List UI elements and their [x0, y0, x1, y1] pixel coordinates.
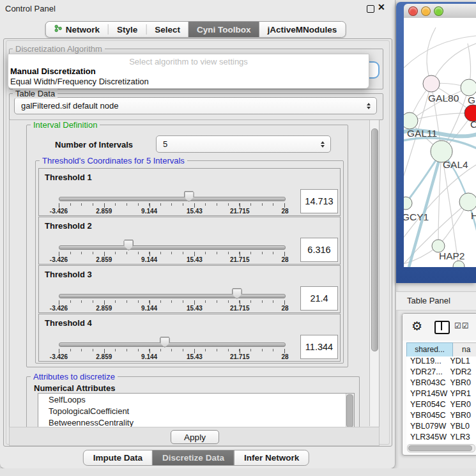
table-hscrollbar-thumb[interactable] — [408, 445, 472, 451]
num-intervals-combobox[interactable]: 5 — [156, 135, 331, 153]
dropdown-hint: Select algorithm to view settings — [8, 57, 369, 66]
node-top-right[interactable] — [461, 79, 476, 96]
combo-arrows-icon — [321, 141, 325, 148]
threshold-value-field[interactable]: 21.4 — [300, 286, 338, 311]
tab-infer-network[interactable]: Infer Network — [234, 450, 309, 465]
select-columns-icon[interactable]: ☑☑ — [454, 321, 470, 330]
dropdown-option-selected[interactable]: Manual Discretization — [10, 66, 96, 76]
threshold-label: Threshold 2 — [45, 221, 92, 231]
table-data-combobox[interactable]: galFiltered.sif default node — [14, 97, 377, 114]
group-title: Discretization Algorithm — [13, 44, 105, 54]
close-traffic-light[interactable] — [408, 6, 418, 16]
node-label: H — [471, 210, 476, 221]
tab-style[interactable]: Style — [109, 22, 146, 37]
table-row[interactable]: YBR045CYBR0 — [406, 411, 476, 422]
node-label: GAL11 — [407, 128, 437, 139]
split-columns-icon[interactable] — [434, 321, 450, 334]
table-body: YDL19...YDL1 YDR27...YDR2 YBR043CYBR0 YP… — [406, 357, 476, 444]
node-bottom[interactable] — [453, 261, 464, 267]
table-row[interactable]: YBL079WYBL0 — [406, 422, 476, 433]
tab-label: Impute Data — [93, 453, 142, 463]
gear-icon[interactable]: ⚙ — [411, 319, 422, 334]
threshold-label: Threshold 4 — [45, 318, 92, 328]
group-title: Attributes to discretize — [31, 372, 118, 381]
slider-ticks — [59, 203, 285, 208]
table-row[interactable]: YPR145WYPR1 — [406, 389, 476, 400]
threshold-value-field[interactable]: 14.713 — [300, 189, 338, 213]
settings-scroll-viewport: Interval Definition Number of Intervals … — [9, 119, 380, 428]
tab-label: Select — [155, 25, 180, 35]
column-header-name[interactable]: na — [453, 342, 476, 357]
node-label: GAL80 — [428, 93, 459, 104]
slider-tick-labels: -3.426 2.859 9.144 15.43 21.715 28 — [59, 208, 285, 215]
threshold-value-field[interactable]: 6.316 — [300, 238, 338, 262]
node-gal80[interactable] — [423, 75, 440, 92]
table-row[interactable]: YDR27...YDR2 — [406, 367, 476, 378]
threshold-label: Threshold 1 — [45, 173, 92, 182]
minimize-traffic-light[interactable] — [421, 6, 431, 16]
float-window-icon[interactable] — [367, 5, 374, 13]
node-gcy1[interactable] — [404, 197, 412, 210]
network-nodes-icon — [54, 24, 63, 35]
node-gal11[interactable] — [404, 112, 418, 129]
zoom-traffic-light[interactable] — [434, 6, 443, 16]
slider-thumb[interactable] — [123, 240, 134, 250]
table-row[interactable]: YDL19...YDL1 — [406, 357, 476, 367]
viewport-scrollbar-thumb[interactable] — [371, 128, 378, 351]
threshold-4-panel: Threshold 4 -3.426 2.859 9.144 15.43 21.… — [38, 314, 341, 362]
table-row[interactable]: YLR345WYLR3 — [406, 433, 476, 443]
table-toolbar: ⚙ ☑☑ — [403, 314, 476, 341]
table-panel-bar: Table Panel — [396, 291, 476, 311]
slider-ticks — [59, 349, 285, 353]
tab-select[interactable]: Select — [146, 22, 188, 37]
list-scrollbar-thumb[interactable] — [346, 394, 353, 427]
desktop-strip — [0, 468, 476, 476]
node-label: GAL4 — [443, 159, 468, 170]
table-panel-window: ⚙ ☑☑ shared... na YDL19...YDL1 YDR27...Y… — [402, 313, 476, 456]
window-title: Control Panel — [5, 4, 56, 13]
slider-tick-labels: -3.426 2.859 9.144 15.43 21.715 28 — [59, 353, 285, 360]
slider-thumb[interactable] — [160, 337, 170, 348]
threshold-value-field[interactable]: 11.344 — [300, 335, 338, 359]
node-label: GCY1 — [404, 211, 429, 222]
node-h[interactable] — [459, 193, 476, 211]
tab-network[interactable]: Network — [46, 22, 108, 37]
tab-discretize-data[interactable]: Discretize Data — [152, 450, 234, 465]
dropdown-option[interactable]: Equal Width/Frequency Discretization — [10, 77, 149, 86]
node-label: G — [468, 95, 475, 105]
tab-impute-data[interactable]: Impute Data — [84, 450, 152, 465]
threshold-2-panel: Threshold 2 -3.426 2.859 9.144 15.43 21.… — [38, 217, 341, 265]
table-row[interactable]: YER054CYER0 — [406, 400, 476, 411]
combobox-value: galFiltered.sif default node — [21, 101, 118, 111]
combobox-value: 5 — [163, 139, 167, 149]
num-intervals-label: Number of Intervals — [55, 140, 133, 150]
tab-label: Infer Network — [244, 453, 299, 463]
list-item[interactable]: TopologicalCoefficient — [38, 405, 354, 417]
slider-tick-labels: -3.426 2.859 9.144 15.43 21.715 28 — [59, 305, 285, 312]
network-window-titlebar[interactable] — [404, 4, 476, 19]
viewport-scrollbar[interactable] — [369, 120, 379, 426]
tab-cyni-toolbox[interactable]: Cyni Toolbox — [188, 22, 259, 37]
slider-ticks — [59, 252, 285, 256]
table-header-row: shared... na — [406, 342, 476, 356]
tab-label: Network — [66, 25, 100, 35]
threshold-3-panel: Threshold 3 -3.426 2.859 9.144 15.43 21.… — [38, 265, 341, 313]
tab-jactivemnodules[interactable]: jActiveMNodules — [259, 22, 346, 37]
column-header-shared-name[interactable]: shared... — [406, 342, 453, 357]
combo-arrows-icon — [367, 103, 371, 109]
threshold-label: Threshold 3 — [45, 270, 92, 279]
tab-label: Discretize Data — [162, 453, 224, 463]
numerical-attributes-label: Numerical Attributes — [34, 383, 115, 393]
table-horizontal-scrollbar[interactable] — [407, 444, 475, 452]
apply-button[interactable]: Apply — [171, 430, 219, 444]
list-scrollbar[interactable] — [346, 394, 354, 428]
slider-thumb[interactable] — [232, 288, 242, 299]
slider-thumb[interactable] — [184, 191, 194, 202]
list-item[interactable]: SelfLoops — [38, 394, 354, 405]
group-title: Table Data — [13, 89, 58, 98]
network-view-canvas[interactable]: GAL80 G C GAL11 GAL4 GCY1 H HAP2 — [404, 18, 476, 267]
close-icon[interactable]: ✕ — [378, 2, 385, 12]
control-panel-window: Control Panel ✕ Network Style Select — [0, 0, 395, 469]
numerical-attributes-list: SelfLoops TopologicalCoefficient Between… — [38, 393, 355, 428]
table-row[interactable]: YBR043CYBR0 — [406, 378, 476, 389]
